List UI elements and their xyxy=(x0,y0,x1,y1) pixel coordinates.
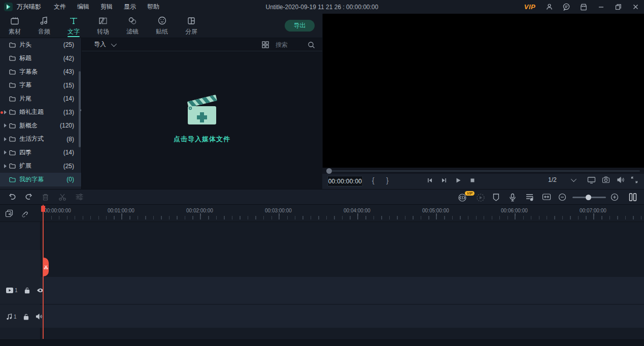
undo-button[interactable] xyxy=(8,193,16,201)
playhead-split-handle[interactable] xyxy=(43,258,49,276)
ruler-label: 00:06:00:00 xyxy=(501,208,528,213)
tab-audio[interactable]: 音频 xyxy=(29,14,59,38)
sidebar-item-subtitles[interactable]: 字幕 (15) xyxy=(0,79,81,92)
minimize-button[interactable] xyxy=(592,0,609,14)
split-scissors-button[interactable] xyxy=(58,193,66,201)
pane-layout-button[interactable] xyxy=(628,193,637,202)
mute-speaker-icon[interactable] xyxy=(36,313,43,320)
account-icon[interactable] xyxy=(540,0,558,14)
chevron-down-icon xyxy=(111,41,117,46)
previous-frame-button[interactable] xyxy=(426,177,433,184)
advanced-properties-button[interactable] xyxy=(75,193,84,201)
ruler-label: 00:05:00:00 xyxy=(422,208,449,213)
import-dropdown[interactable]: 导入 xyxy=(94,40,115,49)
close-button[interactable] xyxy=(627,0,644,14)
seek-knob[interactable] xyxy=(326,168,332,174)
clapperboard-icon xyxy=(183,93,221,127)
folder-icon xyxy=(9,109,16,115)
record-voiceover-button[interactable] xyxy=(509,193,516,202)
delete-button[interactable] xyxy=(42,193,49,201)
zoom-out-button[interactable] xyxy=(558,193,566,201)
feedback-chat-icon[interactable] xyxy=(558,0,575,14)
audio-mixer-button[interactable] xyxy=(525,193,534,201)
folder-icon xyxy=(9,82,16,88)
lock-icon[interactable] xyxy=(24,287,30,294)
expand-arrow-icon[interactable] xyxy=(4,164,7,168)
expand-arrow-icon[interactable] xyxy=(4,137,7,141)
play-button[interactable] xyxy=(455,177,462,184)
zoom-in-button[interactable] xyxy=(611,193,619,201)
menu-view[interactable]: 显示 xyxy=(118,3,142,11)
sidebar-item-my-subtitles[interactable]: 我的字幕 (0) xyxy=(0,173,81,186)
menu-file[interactable]: 文件 xyxy=(48,3,72,11)
tab-splitscreen[interactable]: 分屏 xyxy=(177,14,206,38)
video-track-lane[interactable] xyxy=(41,277,644,304)
display-device-icon[interactable] xyxy=(587,176,596,184)
link-clips-icon[interactable] xyxy=(20,210,28,217)
sidebar-item-lifestyle[interactable]: 生活方式 (8) xyxy=(0,133,81,146)
tab-transitions[interactable]: 转场 xyxy=(88,14,118,38)
timeline-zoom-slider[interactable] xyxy=(572,197,606,198)
tab-text[interactable]: 文字 xyxy=(59,14,88,38)
vip-membership-button[interactable]: VIP xyxy=(521,0,538,14)
preview-seekbar[interactable] xyxy=(322,168,644,174)
sidebar-item-seasons[interactable]: 四季 (14) xyxy=(0,146,81,160)
sidebar-item-openers[interactable]: 片头 (25) xyxy=(0,38,81,52)
media-icon xyxy=(10,16,19,25)
sidebar-item-newconcept[interactable]: 新概念 (120) xyxy=(0,119,81,133)
menu-clip[interactable]: 剪辑 xyxy=(95,3,118,11)
seek-track[interactable] xyxy=(327,170,640,172)
manage-tracks-icon[interactable] xyxy=(5,209,13,217)
search-input[interactable] xyxy=(275,41,308,49)
transition-icon xyxy=(98,16,108,25)
export-button[interactable]: 导出 xyxy=(285,20,315,32)
tab-stickers[interactable]: 贴纸 xyxy=(147,14,177,38)
import-hint-text: 点击导入媒体文件 xyxy=(174,135,230,144)
sidebar-item-lowerthirds[interactable]: 字幕条 (43) xyxy=(0,65,81,79)
marker-button[interactable] xyxy=(492,193,500,202)
track-header-band xyxy=(0,250,41,277)
item-count: (43) xyxy=(63,68,74,75)
expand-arrow-icon[interactable] xyxy=(4,150,7,154)
import-media-dropzone[interactable]: 点击导入媒体文件 xyxy=(174,93,230,144)
search-icon[interactable] xyxy=(308,41,315,49)
menu-edit[interactable]: 编辑 xyxy=(72,3,95,11)
render-preview-button[interactable] xyxy=(476,193,485,202)
tab-effects[interactable]: 滤镜 xyxy=(118,14,147,38)
timeline-tools xyxy=(0,205,41,222)
fullscreen-icon[interactable] xyxy=(631,176,638,183)
new-badge-dot xyxy=(1,111,3,114)
volume-icon[interactable] xyxy=(617,176,625,183)
sidebar-item-extension[interactable]: 扩展 (25) xyxy=(0,160,81,173)
timeline-ruler[interactable]: 00:00:00:00 00:01:00:00 00:02:00:00 00:0… xyxy=(0,205,644,222)
next-frame-button[interactable] xyxy=(440,177,448,184)
auto-ripple-button[interactable] xyxy=(542,193,551,201)
tab-media[interactable]: 素材 xyxy=(0,14,29,38)
expand-arrow-icon[interactable] xyxy=(4,123,7,128)
mark-out-button[interactable]: } xyxy=(386,176,389,184)
menu-help[interactable]: 帮助 xyxy=(142,3,165,11)
app-logo-icon xyxy=(4,3,13,11)
expand-arrow-icon[interactable] xyxy=(4,110,7,114)
audio-track-lane[interactable] xyxy=(41,305,644,328)
zoom-slider-knob[interactable] xyxy=(586,195,591,200)
text-category-sidebar: 片头 (25) 标题 (42) 字幕条 (43) 字幕 (15) 片尾 (14) xyxy=(0,38,81,189)
redo-button[interactable] xyxy=(25,193,33,201)
sidebar-item-wedding[interactable]: 婚礼主题 (13) xyxy=(0,106,81,119)
sidebar-item-endcredits[interactable]: 片尾 (14) xyxy=(0,92,81,106)
lock-icon[interactable] xyxy=(23,313,29,320)
preview-quality-dropdown[interactable]: 1/2 xyxy=(548,176,575,183)
grid-view-icon[interactable] xyxy=(262,41,269,48)
store-icon[interactable] xyxy=(575,0,592,14)
playhead-head[interactable] xyxy=(41,206,45,212)
folder-icon xyxy=(9,69,16,75)
sidebar-item-titles[interactable]: 标题 (42) xyxy=(0,52,81,66)
stop-button[interactable] xyxy=(469,177,476,184)
media-library-panel: 导入 xyxy=(81,38,322,189)
media-panel-header: 导入 xyxy=(82,38,322,51)
tab-label: 素材 xyxy=(9,27,21,36)
restore-button[interactable] xyxy=(609,0,627,14)
ruler-label: 00:03:00:00 xyxy=(265,208,292,213)
snapshot-camera-icon[interactable] xyxy=(602,176,610,183)
mark-in-button[interactable]: { xyxy=(372,176,375,184)
